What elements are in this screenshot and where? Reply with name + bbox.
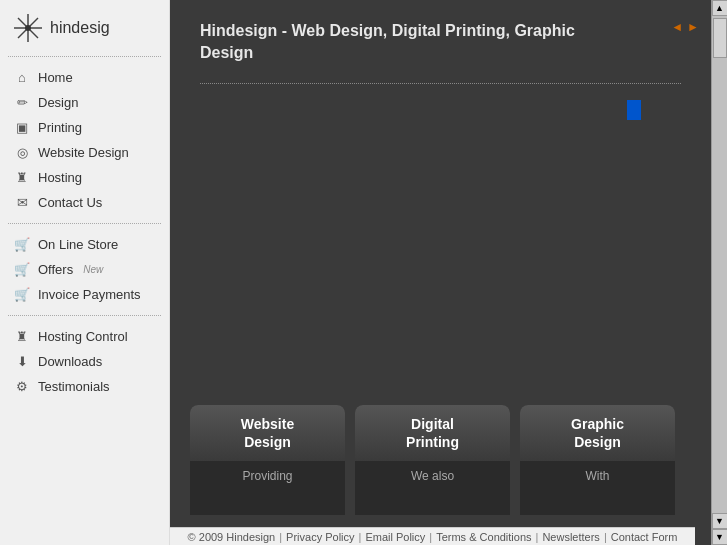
card-header-line1: Graphic <box>528 415 667 433</box>
footer-sep-3: | <box>536 531 539 543</box>
invoice-icon: 🛒 <box>14 287 30 302</box>
sidebar-item-downloads[interactable]: ⬇ Downloads <box>0 349 169 374</box>
card-header-line1: Website <box>198 415 337 433</box>
printing-icon: ▣ <box>14 120 30 135</box>
card-header-line2: Printing <box>363 433 502 451</box>
sidebar-divider-3 <box>8 315 161 316</box>
sidebar-item-label: Testimonials <box>38 379 110 394</box>
sidebar-nav-tertiary: ♜ Hosting Control ⬇ Downloads ⚙ Testimon… <box>0 320 169 403</box>
card-website-design[interactable]: Website Design Providing <box>190 405 345 515</box>
card-digital-printing[interactable]: Digital Printing We also <box>355 405 510 515</box>
footer-sep-2: | <box>429 531 432 543</box>
sidebar-item-label: Hosting <box>38 170 82 185</box>
sidebar-item-label: Contact Us <box>38 195 102 210</box>
sidebar-item-label: Home <box>38 70 73 85</box>
card-digital-printing-body: We also <box>355 461 510 491</box>
sidebar-item-label: On Line Store <box>38 237 118 252</box>
sidebar-item-contact-us[interactable]: ✉ Contact Us <box>0 190 169 215</box>
sidebar-item-label: Downloads <box>38 354 102 369</box>
sidebar-item-label: Printing <box>38 120 82 135</box>
card-header-line1: Digital <box>363 415 502 433</box>
card-graphic-design-body: With <box>520 461 675 491</box>
sidebar-item-printing[interactable]: ▣ Printing <box>0 115 169 140</box>
blue-element[interactable] <box>627 100 641 120</box>
sidebar-nav-secondary: 🛒 On Line Store 🛒 Offers New 🛒 Invoice P… <box>0 228 169 311</box>
content-header: Hindesign - Web Design, Digital Printing… <box>170 0 711 75</box>
card-graphic-design-header: Graphic Design <box>520 405 675 461</box>
scrollbar: ▲ ▼ ▼ <box>711 0 727 545</box>
hosting-control-icon: ♜ <box>14 329 30 344</box>
page-title: Hindesign - Web Design, Digital Printing… <box>200 20 580 65</box>
downloads-icon: ⬇ <box>14 354 30 369</box>
footer-link-privacy[interactable]: Privacy Policy <box>286 531 354 543</box>
scroll-up-button[interactable]: ▲ <box>712 0 728 16</box>
sidebar-item-design[interactable]: ✏ Design <box>0 90 169 115</box>
hosting-icon: ♜ <box>14 170 30 185</box>
sidebar-divider-2 <box>8 223 161 224</box>
sidebar-item-invoice-payments[interactable]: 🛒 Invoice Payments <box>0 282 169 307</box>
new-badge: New <box>83 264 103 275</box>
sidebar-item-label: Website Design <box>38 145 129 160</box>
scroll-thumb[interactable] <box>713 18 727 58</box>
home-icon: ⌂ <box>14 70 30 85</box>
card-website-design-body: Providing <box>190 461 345 491</box>
footer-link-terms[interactable]: Terms & Conditions <box>436 531 531 543</box>
logo-text: hindesig <box>50 19 110 37</box>
footer-sep-0: | <box>279 531 282 543</box>
footer: © 2009 Hindesign | Privacy Policy | Emai… <box>170 527 695 545</box>
website-design-icon: ◎ <box>14 145 30 160</box>
nav-arrows: ◄ ► <box>671 20 699 34</box>
sidebar-item-label: Hosting Control <box>38 329 128 344</box>
sidebar-item-online-store[interactable]: 🛒 On Line Store <box>0 232 169 257</box>
card-header-line2: Design <box>528 433 667 451</box>
content-area: Hindesign - Web Design, Digital Printing… <box>170 0 711 545</box>
sidebar-nav-main: ⌂ Home ✏ Design ▣ Printing ◎ Website Des… <box>0 61 169 219</box>
footer-sep-4: | <box>604 531 607 543</box>
sidebar-item-label: Design <box>38 95 78 110</box>
main-container: hindesig ⌂ Home ✏ Design ▣ Printing ◎ We… <box>0 0 711 545</box>
scroll-down-button[interactable]: ▼ <box>712 513 728 529</box>
svg-point-4 <box>25 25 31 31</box>
footer-link-email[interactable]: Email Policy <box>365 531 425 543</box>
sidebar-item-hosting[interactable]: ♜ Hosting <box>0 165 169 190</box>
logo-icon <box>12 12 44 44</box>
footer-copyright: © 2009 Hindesign <box>188 531 276 543</box>
sidebar-item-hosting-control[interactable]: ♜ Hosting Control <box>0 324 169 349</box>
sidebar-item-offers[interactable]: 🛒 Offers New <box>0 257 169 282</box>
sidebar-item-website-design[interactable]: ◎ Website Design <box>0 140 169 165</box>
sidebar-item-label: Invoice Payments <box>38 287 141 302</box>
cards-row: Website Design Providing Digital Printin… <box>170 405 695 515</box>
sidebar-item-testimonials[interactable]: ⚙ Testimonials <box>0 374 169 399</box>
sidebar-item-home[interactable]: ⌂ Home <box>0 65 169 90</box>
sidebar-item-label: Offers <box>38 262 73 277</box>
scroll-bottom-button[interactable]: ▼ <box>712 529 728 545</box>
content-divider <box>200 83 681 84</box>
card-digital-printing-header: Digital Printing <box>355 405 510 461</box>
footer-link-newsletters[interactable]: Newsletters <box>542 531 599 543</box>
card-graphic-design[interactable]: Graphic Design With <box>520 405 675 515</box>
nav-arrow-left[interactable]: ◄ <box>671 20 683 34</box>
nav-arrow-right[interactable]: ► <box>687 20 699 34</box>
footer-sep-1: | <box>359 531 362 543</box>
design-icon: ✏ <box>14 95 30 110</box>
sidebar-divider-1 <box>8 56 161 57</box>
card-header-line2: Design <box>198 433 337 451</box>
sidebar: hindesig ⌂ Home ✏ Design ▣ Printing ◎ We… <box>0 0 170 545</box>
contact-icon: ✉ <box>14 195 30 210</box>
logo-area: hindesig <box>0 0 169 52</box>
offers-icon: 🛒 <box>14 262 30 277</box>
footer-link-contact-form[interactable]: Contact Form <box>611 531 678 543</box>
card-website-design-header: Website Design <box>190 405 345 461</box>
testimonials-icon: ⚙ <box>14 379 30 394</box>
store-icon: 🛒 <box>14 237 30 252</box>
